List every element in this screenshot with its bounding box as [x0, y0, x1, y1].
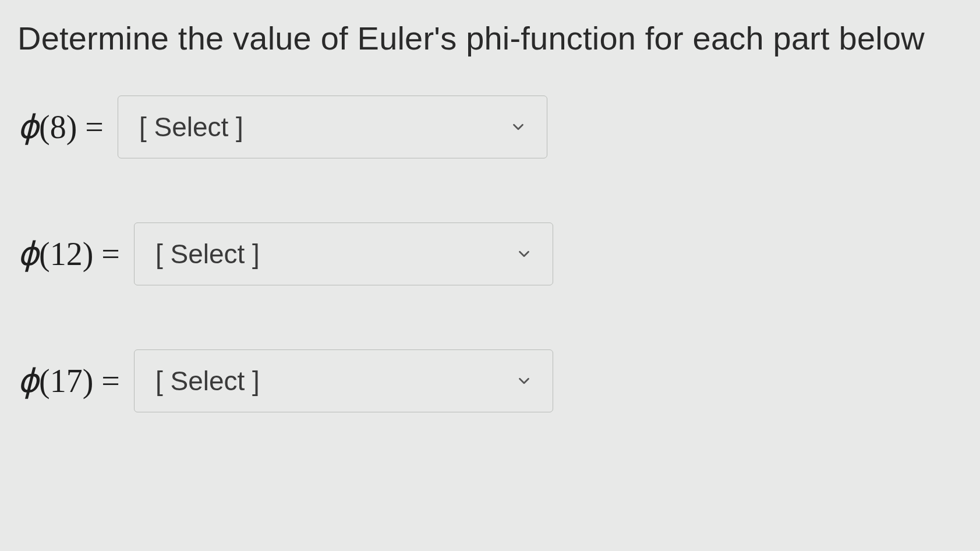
question-prompt: Determine the value of Euler's phi-funct… — [17, 16, 963, 61]
chevron-down-icon — [510, 118, 527, 136]
phi-expression: ϕ(12) = — [17, 235, 120, 273]
select-placeholder: [ Select ] — [155, 238, 260, 270]
chevron-down-icon — [515, 245, 533, 263]
question-page: Determine the value of Euler's phi-funct… — [0, 0, 980, 412]
phi-symbol: ϕ — [17, 109, 39, 145]
phi-expression: ϕ(8) = — [17, 108, 104, 146]
phi-arg: (8) = — [39, 109, 104, 145]
answer-select-phi-17[interactable]: [ Select ] — [134, 349, 553, 412]
phi-symbol: ϕ — [17, 363, 39, 399]
question-row: ϕ(17) = [ Select ] — [17, 349, 963, 412]
phi-expression: ϕ(17) = — [17, 362, 120, 400]
answer-select-phi-8[interactable]: [ Select ] — [118, 96, 547, 158]
question-row: ϕ(8) = [ Select ] — [17, 96, 963, 158]
phi-symbol: ϕ — [17, 236, 39, 272]
answer-select-phi-12[interactable]: [ Select ] — [134, 222, 553, 285]
select-placeholder: [ Select ] — [155, 365, 260, 397]
question-row: ϕ(12) = [ Select ] — [17, 222, 963, 285]
select-placeholder: [ Select ] — [139, 111, 243, 143]
chevron-down-icon — [515, 372, 533, 390]
phi-arg: (17) = — [39, 363, 120, 399]
phi-arg: (12) = — [39, 236, 120, 272]
